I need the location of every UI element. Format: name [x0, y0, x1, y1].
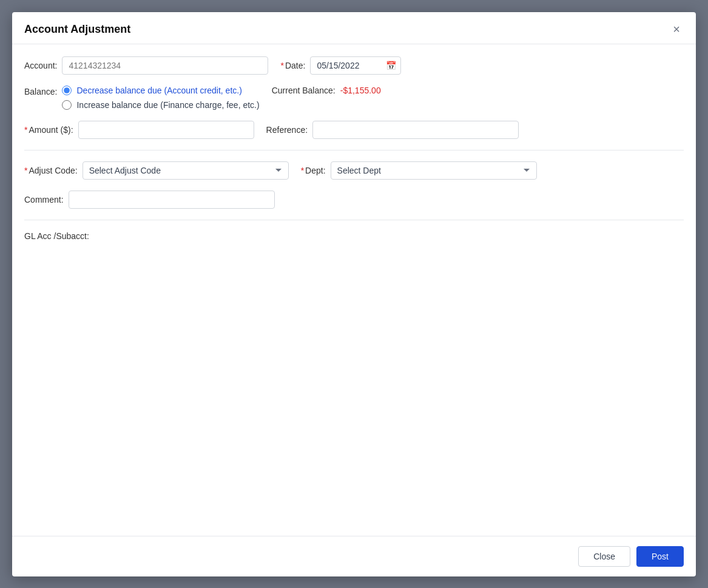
balance-label: Balance: — [24, 86, 57, 96]
adjust-code-label: *Adjust Code: — [24, 166, 78, 175]
amount-input[interactable] — [78, 121, 254, 139]
comment-input[interactable] — [69, 191, 275, 209]
amount-reference-row: *Amount ($): Reference: — [24, 121, 684, 139]
dept-required-indicator: * — [301, 166, 304, 175]
date-required-indicator: * — [280, 61, 283, 70]
current-balance-group: Current Balance: -$1,155.00 — [272, 86, 381, 95]
increase-balance-radio[interactable] — [62, 100, 72, 110]
dialog-title: Account Adjustment — [24, 23, 130, 36]
balance-row: Balance: Decrease balance due (Account c… — [24, 86, 684, 110]
dept-select[interactable]: Select Dept — [331, 161, 537, 180]
divider-1 — [24, 150, 684, 150]
increase-balance-label: Increase balance due (Finance charge, fe… — [76, 100, 259, 110]
decrease-balance-label: Decrease balance due (Account credit, et… — [76, 86, 241, 95]
balance-options: Decrease balance due (Account credit, et… — [62, 86, 259, 110]
account-date-row: Account: *Date: 📅 — [24, 56, 684, 75]
close-button[interactable]: Close — [578, 546, 630, 567]
adjust-code-group: *Adjust Code: Select Adjust Code — [24, 161, 289, 180]
date-label: *Date: — [280, 61, 305, 70]
dialog-header: Account Adjustment × — [12, 12, 696, 44]
divider-2 — [24, 220, 684, 220]
reference-group: Reference: — [266, 121, 519, 139]
adjust-dept-row: *Adjust Code: Select Adjust Code *Dept: … — [24, 161, 684, 180]
decrease-balance-option[interactable]: Decrease balance due (Account credit, et… — [62, 86, 259, 95]
reference-input[interactable] — [312, 121, 519, 139]
amount-required-indicator: * — [24, 125, 27, 135]
account-adjustment-dialog: Account Adjustment × Account: *Date: 📅 B… — [12, 12, 696, 576]
comment-label: Comment: — [24, 195, 64, 204]
amount-label: *Amount ($): — [24, 125, 73, 135]
current-balance-value: -$1,155.00 — [340, 86, 381, 95]
account-input[interactable] — [62, 56, 268, 75]
comment-group: Comment: — [24, 191, 275, 209]
dialog-close-button[interactable]: × — [669, 22, 684, 36]
date-wrapper: 📅 — [310, 56, 401, 75]
dialog-body: Account: *Date: 📅 Balance: Decrease bala… — [12, 44, 696, 536]
adjust-code-select[interactable]: Select Adjust Code — [83, 161, 289, 180]
account-label: Account: — [24, 61, 57, 70]
dept-label: *Dept: — [301, 166, 326, 175]
date-group: *Date: 📅 — [280, 56, 401, 75]
dept-group: *Dept: Select Dept — [301, 161, 537, 180]
date-input[interactable] — [310, 56, 401, 75]
dialog-footer: Close Post — [12, 536, 696, 576]
amount-group: *Amount ($): — [24, 121, 254, 139]
post-button[interactable]: Post — [636, 546, 684, 567]
adjust-code-required-indicator: * — [24, 166, 27, 175]
gl-acc-label: GL Acc /Subacct: — [24, 231, 89, 241]
balance-left-group: Balance: Decrease balance due (Account c… — [24, 86, 260, 110]
current-balance-label: Current Balance: — [272, 86, 335, 95]
decrease-balance-radio[interactable] — [62, 86, 72, 95]
gl-section: GL Acc /Subacct: — [24, 231, 684, 241]
comment-row: Comment: — [24, 191, 684, 209]
increase-balance-option[interactable]: Increase balance due (Finance charge, fe… — [62, 100, 259, 110]
account-group: Account: — [24, 56, 268, 75]
reference-label: Reference: — [266, 125, 308, 135]
